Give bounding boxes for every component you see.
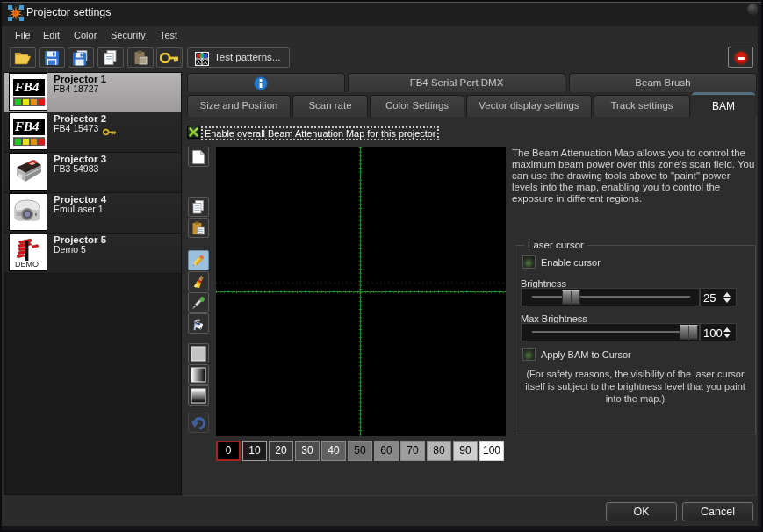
svg-text:DEMO: DEMO <box>15 260 39 269</box>
